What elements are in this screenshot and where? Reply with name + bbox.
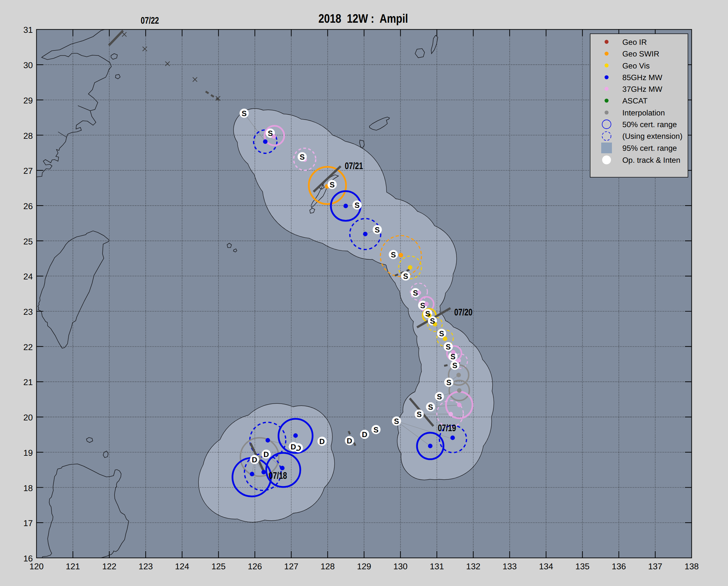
svg-text:124: 124 xyxy=(175,562,189,571)
svg-text:S: S xyxy=(439,329,444,338)
svg-text:26: 26 xyxy=(23,202,33,211)
svg-text:127: 127 xyxy=(284,562,298,571)
svg-text:128: 128 xyxy=(320,562,335,571)
svg-text:Geo IR: Geo IR xyxy=(622,38,647,47)
svg-text:22: 22 xyxy=(23,343,33,352)
svg-text:07/21: 07/21 xyxy=(345,161,363,171)
svg-text:95% cert. range: 95% cert. range xyxy=(622,144,677,153)
svg-text:2018 12W : Ampil: 2018 12W : Ampil xyxy=(318,12,408,26)
svg-text:S: S xyxy=(375,226,380,234)
svg-text:S: S xyxy=(420,301,425,310)
svg-text:31: 31 xyxy=(23,25,33,35)
svg-text:S: S xyxy=(373,426,379,434)
svg-text:D: D xyxy=(263,450,269,459)
svg-text:D: D xyxy=(319,437,324,446)
svg-text:(Using extension): (Using extension) xyxy=(622,132,682,141)
svg-text:S: S xyxy=(403,272,408,281)
svg-text:Interpolation: Interpolation xyxy=(622,109,665,117)
svg-text:D: D xyxy=(362,430,367,439)
svg-text:S: S xyxy=(330,181,335,189)
svg-text:29: 29 xyxy=(23,96,33,105)
svg-text:S: S xyxy=(446,343,451,351)
svg-text:30: 30 xyxy=(23,60,33,70)
svg-text:07/20: 07/20 xyxy=(454,307,472,318)
svg-text:S: S xyxy=(417,410,422,419)
svg-text:21: 21 xyxy=(23,377,33,387)
svg-text:Op. track & Inten: Op. track & Inten xyxy=(622,156,680,165)
svg-text:07/19: 07/19 xyxy=(438,423,456,433)
svg-text:28: 28 xyxy=(23,131,33,141)
svg-text:125: 125 xyxy=(211,562,226,571)
svg-text:85GHz MW: 85GHz MW xyxy=(622,74,662,82)
svg-text:S: S xyxy=(425,310,430,318)
svg-text:20: 20 xyxy=(23,413,33,422)
svg-text:126: 126 xyxy=(248,562,262,571)
svg-text:121: 121 xyxy=(66,562,80,571)
svg-text:07/18: 07/18 xyxy=(269,471,287,481)
svg-text:S: S xyxy=(452,362,458,370)
svg-text:17: 17 xyxy=(23,518,33,528)
svg-text:37GHz MW: 37GHz MW xyxy=(622,85,662,94)
svg-text:19: 19 xyxy=(23,448,33,458)
svg-text:D: D xyxy=(347,437,352,445)
svg-text:S: S xyxy=(242,109,246,118)
svg-text:S: S xyxy=(413,289,418,297)
svg-text:129: 129 xyxy=(357,562,371,571)
svg-text:122: 122 xyxy=(102,562,116,571)
svg-text:132: 132 xyxy=(466,562,480,571)
svg-text:Geo SWIR: Geo SWIR xyxy=(622,50,659,58)
svg-text:S: S xyxy=(300,153,305,161)
svg-text:123: 123 xyxy=(138,562,153,571)
svg-text:Geo Vis: Geo Vis xyxy=(622,62,650,70)
svg-text:133: 133 xyxy=(502,562,517,571)
svg-text:S: S xyxy=(391,251,396,259)
svg-text:23: 23 xyxy=(23,307,33,317)
svg-text:27: 27 xyxy=(23,166,33,176)
svg-text:S: S xyxy=(446,378,451,387)
svg-text:D: D xyxy=(252,456,257,464)
svg-text:ASCAT: ASCAT xyxy=(622,97,648,105)
svg-text:131: 131 xyxy=(430,562,444,571)
svg-text:25: 25 xyxy=(23,237,33,246)
svg-text:07/22: 07/22 xyxy=(141,16,159,26)
svg-text:138: 138 xyxy=(684,562,699,571)
svg-text:130: 130 xyxy=(393,562,408,571)
svg-text:S: S xyxy=(430,317,435,325)
svg-text:136: 136 xyxy=(612,562,626,571)
svg-text:18: 18 xyxy=(23,483,33,493)
svg-text:16: 16 xyxy=(23,554,33,563)
svg-text:S: S xyxy=(394,417,399,426)
svg-text:S: S xyxy=(428,403,433,411)
svg-text:S: S xyxy=(450,353,456,361)
svg-text:134: 134 xyxy=(539,562,553,571)
svg-text:137: 137 xyxy=(648,562,662,571)
svg-text:S: S xyxy=(437,393,442,401)
svg-text:S: S xyxy=(268,129,273,138)
svg-text:D: D xyxy=(290,443,296,451)
svg-text:24: 24 xyxy=(23,272,33,281)
svg-text:135: 135 xyxy=(575,562,590,571)
svg-text:S: S xyxy=(355,201,360,210)
svg-text:50% cert. range: 50% cert. range xyxy=(622,121,677,129)
